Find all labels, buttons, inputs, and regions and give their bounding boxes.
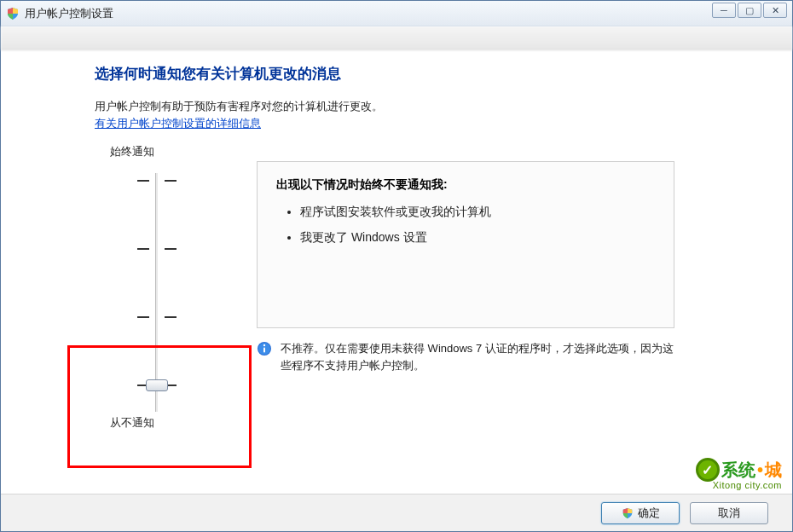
dialog-footer: 确定 取消	[1, 494, 792, 531]
details-link[interactable]: 有关用户帐户控制设置的详细信息	[95, 117, 261, 130]
watermark-logo-icon: ✓	[696, 458, 720, 482]
slider-tick	[137, 180, 149, 182]
slider-tick	[137, 316, 149, 318]
titlebar: 用户帐户控制设置 ─ ▢ ✕	[1, 1, 792, 26]
watermark-brand1: 系统	[721, 459, 755, 482]
ok-button-label: 确定	[638, 506, 660, 521]
slider-thumb[interactable]	[146, 379, 168, 391]
watermark-dot: •	[757, 460, 763, 480]
slider-label-always: 始终通知	[110, 144, 154, 159]
shield-icon	[622, 507, 634, 519]
info-icon	[257, 341, 272, 356]
panel-title: 出现以下情况时始终不要通知我:	[276, 177, 655, 193]
uac-settings-window: 用户帐户控制设置 ─ ▢ ✕ 选择何时通知您有关计算机更改的消息 用户帐户控制有…	[0, 0, 793, 532]
watermark-brand2: 城	[765, 459, 782, 482]
toolbar-blurred	[1, 26, 792, 50]
cancel-button[interactable]: 取消	[690, 502, 768, 524]
slider-track[interactable]	[155, 173, 159, 412]
maximize-button[interactable]: ▢	[738, 3, 761, 18]
recommendation-row: 不推荐。仅在需要使用未获得 Windows 7 认证的程序时，才选择此选项，因为…	[257, 340, 674, 374]
panel-list: 程序试图安装软件或更改我的计算机 我更改了 Windows 设置	[276, 205, 655, 246]
slider-tick	[165, 316, 177, 318]
svg-point-3	[263, 344, 265, 346]
slider-tick	[165, 180, 177, 182]
minimize-button[interactable]: ─	[712, 3, 736, 18]
ok-button[interactable]: 确定	[601, 502, 680, 524]
panel-item: 我更改了 Windows 设置	[300, 230, 655, 246]
recommendation-text: 不推荐。仅在需要使用未获得 Windows 7 认证的程序时，才选择此选项，因为…	[281, 340, 674, 374]
page-heading: 选择何时通知您有关计算机更改的消息	[95, 64, 746, 84]
window-title: 用户帐户控制设置	[25, 6, 113, 21]
shield-icon	[6, 7, 20, 20]
slider-label-never: 从不通知	[110, 415, 154, 431]
page-subtext: 用户帐户控制有助于预防有害程序对您的计算机进行更改。	[95, 99, 746, 114]
svg-rect-2	[263, 348, 265, 353]
slider-tick	[137, 248, 149, 250]
cancel-button-label: 取消	[718, 506, 740, 521]
close-button[interactable]: ✕	[763, 3, 787, 18]
notification-description-panel: 出现以下情况时始终不要通知我: 程序试图安装软件或更改我的计算机 我更改了 Wi…	[257, 161, 674, 328]
watermark: ✓ 系统 • 城 Xitong city.com	[696, 458, 782, 490]
slider-tick	[165, 248, 177, 250]
panel-item: 程序试图安装软件或更改我的计算机	[300, 205, 655, 220]
